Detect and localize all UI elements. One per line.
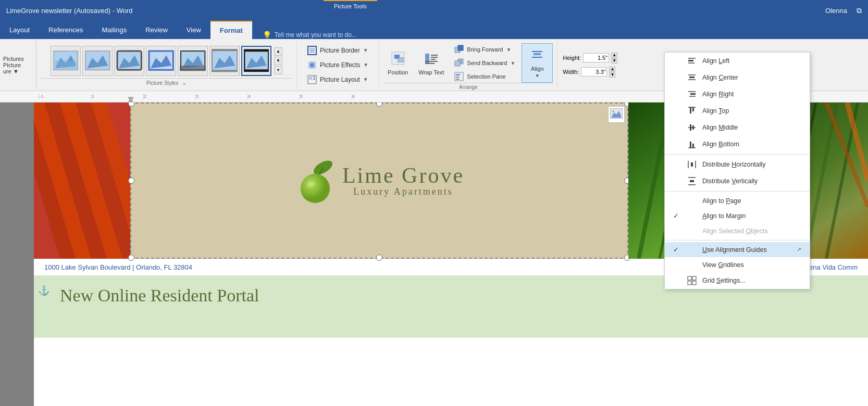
ribbon-left-section: Pictures Picture ure ▼: [0, 41, 36, 88]
send-backward-icon: [454, 58, 464, 68]
height-input[interactable]: [583, 53, 609, 62]
align-center-icon: [687, 73, 697, 82]
window-controls: ⧉: [857, 6, 862, 15]
distribute-h-item[interactable]: Distribute Horizontally: [665, 156, 810, 173]
svg-rect-93: [690, 124, 691, 131]
tab-mailings[interactable]: Mailings: [93, 21, 137, 39]
svg-rect-42: [456, 79, 460, 80]
position-button[interactable]: Position: [383, 43, 412, 83]
tab-references[interactable]: References: [39, 21, 92, 39]
lime-grove-logo[interactable]: Lime Grove Luxury Apartments: [130, 103, 628, 259]
svg-rect-19: [309, 48, 315, 53]
style-thumb-3[interactable]: [114, 46, 144, 76]
grid-settings-icon: [687, 276, 697, 285]
tell-me-box[interactable]: 💡 Tell me what you want to do...: [263, 31, 357, 39]
width-down-button[interactable]: ▼: [609, 72, 615, 78]
align-to-page-label: Align to Page: [702, 197, 801, 205]
logo-lime: Lime: [342, 163, 402, 187]
style-thumb-1[interactable]: [51, 46, 81, 76]
arrange-label: Arrange: [383, 83, 553, 90]
send-backward-label: Send Backward: [467, 60, 507, 66]
use-alignment-guides-item[interactable]: ✓ Use Alignment Guides ↗: [665, 242, 810, 257]
height-down-button[interactable]: ▼: [611, 58, 617, 64]
picture-effects-button[interactable]: Picture Effects ▼: [303, 59, 373, 71]
align-margin-check: ✓: [673, 212, 681, 220]
align-to-margin-item[interactable]: ✓ Align to Margin: [665, 208, 810, 223]
title-bar: LimeGrove newsletter (Autosaved) - Word …: [0, 0, 868, 21]
align-bottom-label: Align Bottom: [702, 141, 801, 148]
picture-layout-icon: [307, 75, 317, 84]
align-right-label: Align Right: [702, 91, 801, 98]
grid-settings-item[interactable]: Grid Settings...: [665, 272, 810, 289]
tab-layout[interactable]: Layout: [0, 21, 39, 39]
picture-border-button[interactable]: Picture Border ▼: [303, 44, 373, 57]
align-left-item[interactable]: Align Left: [665, 53, 810, 69]
grid-settings-label: Grid Settings...: [702, 277, 801, 284]
style-thumb-4[interactable]: [146, 46, 176, 76]
position-icon: [391, 51, 405, 68]
align-margin-icon: [687, 212, 697, 220]
style-thumb-7[interactable]: [241, 46, 271, 76]
align-bottom-item[interactable]: Align Bottom: [665, 136, 810, 153]
picture-styles-expand[interactable]: ⌄: [182, 80, 187, 86]
width-up-button[interactable]: ▲: [609, 67, 615, 72]
width-spinner: ▲ ▼: [609, 67, 615, 78]
scroll-more-button[interactable]: ▾: [274, 66, 282, 74]
restore-icon[interactable]: ⧉: [857, 6, 862, 15]
view-gridlines-icon: [687, 261, 697, 269]
send-backward-arrow: ▼: [510, 60, 515, 66]
style-thumb-2[interactable]: [82, 46, 113, 76]
bring-forward-label: Bring Forward: [467, 46, 503, 53]
svg-rect-24: [313, 77, 315, 78]
send-backward-button[interactable]: Send Backward ▼: [450, 57, 519, 69]
tab-review[interactable]: Review: [136, 21, 177, 39]
scroll-down-button[interactable]: ▼: [274, 57, 282, 65]
scroll-up-button[interactable]: ▲: [274, 47, 282, 56]
tab-view[interactable]: View: [177, 21, 210, 39]
align-middle-item[interactable]: Align Middle: [665, 119, 810, 136]
svg-rect-2: [55, 60, 76, 68]
view-gridlines-item[interactable]: View Gridlines: [665, 257, 810, 272]
align-middle-icon: [687, 123, 697, 132]
picture-layout-label: Picture Layout: [320, 76, 360, 83]
align-left-check: [673, 57, 681, 65]
style-thumb-6[interactable]: [209, 46, 240, 76]
align-center-item[interactable]: Align Center: [665, 69, 810, 86]
logo-lime-grove: Lime Grove: [342, 164, 464, 186]
address-left: 1000 Lake Sylvan Boulevard | Orlando, FL…: [44, 263, 192, 271]
picture-border-icon: [307, 46, 317, 55]
use-alignment-guides-label: Use Alignment Guides: [702, 246, 791, 253]
style-thumb-5[interactable]: [178, 46, 208, 76]
selection-pane-button[interactable]: Selection Pane: [450, 70, 519, 83]
svg-point-21: [310, 63, 314, 67]
align-right-item[interactable]: Align Right: [665, 86, 810, 103]
separator-2: [665, 191, 810, 192]
wrap-text-button[interactable]: Wrap Text: [414, 43, 448, 83]
ruler-mark-2: 2: [143, 94, 195, 99]
svg-point-64: [612, 110, 614, 112]
align-middle-label: Align Middle: [702, 124, 801, 131]
distribute-v-item[interactable]: Distribute Vertically: [665, 173, 810, 189]
ruler-indent-icon: [127, 93, 135, 103]
tab-format[interactable]: Format: [210, 21, 252, 39]
arrange-top-buttons: Position Wrap Text Bring Forward ▼: [383, 43, 553, 83]
align-bottom-check: [673, 141, 681, 148]
lime-illustration: [294, 157, 336, 204]
align-center-label: Align Center: [702, 74, 801, 81]
bring-forward-button[interactable]: Bring Forward ▼: [450, 43, 519, 56]
picture-layout-button[interactable]: Picture Layout ▼: [303, 73, 373, 86]
handle-tc[interactable]: [376, 103, 382, 107]
svg-rect-97: [692, 144, 694, 148]
width-input[interactable]: [581, 67, 607, 77]
picture-tools-label: Picture Tools: [334, 3, 367, 9]
align-to-page-item[interactable]: Align to Page: [665, 193, 810, 208]
align-top-label: Align Top: [702, 107, 801, 115]
align-arrow: ▼: [535, 73, 540, 79]
align-button[interactable]: Align ▼: [522, 43, 553, 83]
ruler-mark-n1: -1: [39, 94, 91, 99]
align-top-item[interactable]: Align Top: [665, 103, 810, 119]
height-up-button[interactable]: ▲: [611, 53, 617, 58]
bring-forward-arrow: ▼: [506, 47, 511, 53]
red-chevron-bg: [34, 103, 130, 259]
lightbulb-icon: 💡: [263, 31, 271, 39]
